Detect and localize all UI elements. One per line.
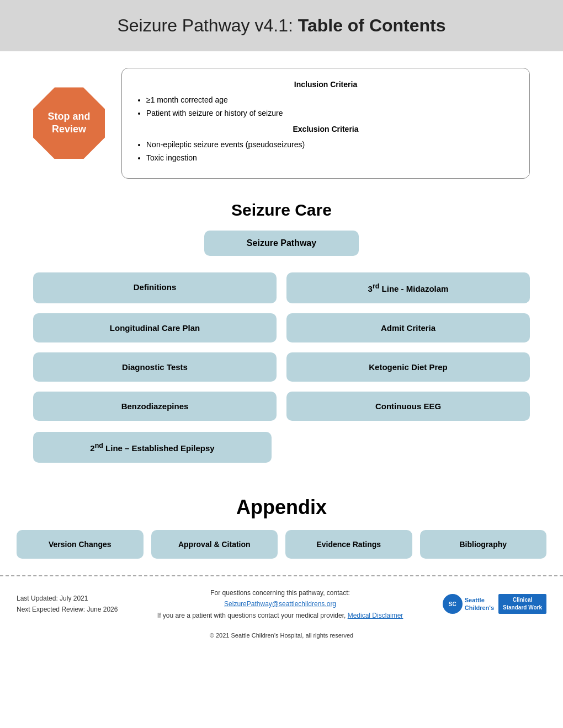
stop-review-text: Stop andReview bbox=[47, 110, 90, 136]
version-changes-button[interactable]: Version Changes bbox=[17, 530, 144, 559]
next-review: Next Expected Review: June 2026 bbox=[17, 604, 118, 615]
title-normal: Seizure Pathway v4.1: bbox=[117, 15, 298, 35]
last-updated: Last Updated: July 2021 bbox=[17, 593, 118, 604]
seizure-pathway-button[interactable]: Seizure Pathway bbox=[204, 231, 359, 256]
exclusion-item-2: Toxic ingestion bbox=[146, 152, 516, 165]
evidence-ratings-button[interactable]: Evidence Ratings bbox=[285, 530, 412, 559]
inclusion-title: Inclusion Criteria bbox=[135, 78, 516, 92]
definitions-button[interactable]: Definitions bbox=[33, 272, 277, 303]
header-bar: Seizure Pathway v4.1: Table of Contents bbox=[0, 0, 563, 51]
criteria-box: Inclusion Criteria ≥1 month corrected ag… bbox=[121, 68, 530, 179]
continuous-eeg-button[interactable]: Continuous EEG bbox=[286, 392, 530, 421]
footer-left: Last Updated: July 2021 Next Expected Re… bbox=[17, 593, 118, 615]
inclusion-item-1: ≥1 month corrected age bbox=[146, 94, 516, 107]
clinical-standard-work: Clinical Standard Work bbox=[498, 594, 546, 614]
approval-citation-button[interactable]: Approval & Citation bbox=[151, 530, 278, 559]
diagnostic-tests-button[interactable]: Diagnostic Tests bbox=[33, 352, 277, 382]
longitudinal-care-plan-button[interactable]: Longitudinal Care Plan bbox=[33, 313, 277, 342]
stop-label: Stop andReview bbox=[47, 111, 90, 135]
footer: Last Updated: July 2021 Next Expected Re… bbox=[0, 582, 563, 632]
inclusion-item-2: Patient with seizure or history of seizu… bbox=[146, 107, 516, 120]
appendix-grid: Version Changes Approval & Citation Evid… bbox=[17, 530, 546, 559]
logo-icon: SC bbox=[443, 594, 463, 614]
benzodiazepines-button[interactable]: Benzodiazepines bbox=[33, 392, 277, 421]
contact-label: For questions concerning this pathway, c… bbox=[157, 587, 403, 598]
admit-criteria-button[interactable]: Admit Criteria bbox=[286, 313, 530, 342]
disclaimer-link[interactable]: Medical Disclaimer bbox=[348, 612, 403, 619]
appendix-heading: Appendix bbox=[0, 496, 563, 519]
third-line-midazolam-button[interactable]: 3rd Line - Midazolam bbox=[286, 272, 530, 303]
stop-review-shape: Stop andReview bbox=[33, 87, 105, 159]
second-line-section: 2nd Line – Established Epilepsy bbox=[33, 432, 530, 463]
bibliography-button[interactable]: Bibliography bbox=[420, 530, 547, 559]
title-bold: Table of Contents bbox=[298, 15, 446, 35]
top-section: Stop andReview Inclusion Criteria ≥1 mon… bbox=[33, 68, 530, 179]
nav-buttons-grid: Definitions 3rd Line - Midazolam Longitu… bbox=[33, 272, 530, 421]
footer-center: For questions concerning this pathway, c… bbox=[157, 587, 403, 621]
seizure-care-heading: Seizure Care bbox=[0, 201, 563, 220]
seattle-logo: SC SeattleChildren's bbox=[443, 594, 494, 614]
copyright: © 2021 Seattle Children’s Hospital, all … bbox=[0, 632, 563, 644]
exclusion-list: Non-epileptic seizure events (pseudoseiz… bbox=[146, 138, 516, 165]
patient-text: If you are a patient with questions cont… bbox=[157, 610, 403, 621]
inclusion-list: ≥1 month corrected age Patient with seiz… bbox=[146, 94, 516, 120]
second-line-epilepsy-button[interactable]: 2nd Line – Established Epilepsy bbox=[33, 432, 272, 463]
logo-text: SeattleChildren's bbox=[465, 596, 494, 612]
exclusion-item-1: Non-epileptic seizure events (pseudoseiz… bbox=[146, 138, 516, 152]
contact-email-link[interactable]: SeizurePathway@seattlechildrens.org bbox=[224, 600, 336, 608]
section-divider bbox=[0, 575, 563, 576]
exclusion-title: Exclusion Criteria bbox=[135, 123, 516, 136]
page-title: Seizure Pathway v4.1: Table of Contents bbox=[11, 15, 552, 36]
footer-right: SC SeattleChildren's Clinical Standard W… bbox=[443, 594, 546, 614]
ketogenic-diet-prep-button[interactable]: Ketogenic Diet Prep bbox=[286, 352, 530, 382]
